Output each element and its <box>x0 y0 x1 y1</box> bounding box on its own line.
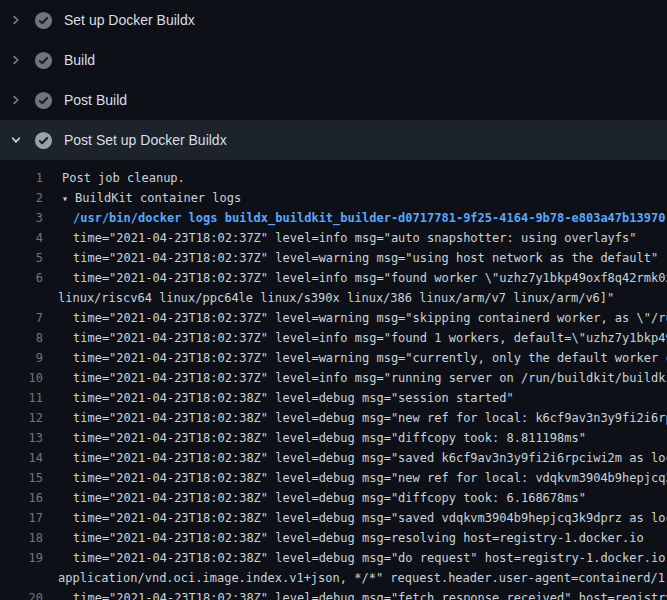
line-number[interactable]: 5 <box>0 251 43 265</box>
log-text: time="2021-04-23T18:02:37Z" level=info m… <box>43 231 637 245</box>
log-text: time="2021-04-23T18:02:38Z" level=debug … <box>43 471 667 485</box>
line-number[interactable]: 19 <box>0 551 43 565</box>
log-text: time="2021-04-23T18:02:37Z" level=info m… <box>43 371 667 385</box>
line-number[interactable]: 3 <box>0 211 43 225</box>
chevron-right-icon <box>10 14 22 26</box>
line-number[interactable]: 1 <box>0 171 43 185</box>
step-list: Set up Docker Buildx Build Post Build <box>0 0 667 160</box>
log-row: 20 time="2021-04-23T18:02:38Z" level=deb… <box>0 588 667 600</box>
log-content: 1 Post job cleanup. 2 ▾BuildKit containe… <box>0 160 667 600</box>
log-text: time="2021-04-23T18:02:37Z" level=warnin… <box>43 251 658 265</box>
line-number[interactable]: 10 <box>0 371 43 385</box>
chevron-right-icon <box>10 54 22 66</box>
log-row: linux/riscv64 linux/ppc64le linux/s390x … <box>0 288 667 308</box>
check-circle-icon <box>34 11 53 30</box>
log-text: time="2021-04-23T18:02:38Z" level=debug … <box>43 491 586 505</box>
log-row: 9 time="2021-04-23T18:02:37Z" level=warn… <box>0 348 667 368</box>
log-text: Post job cleanup. <box>43 171 185 185</box>
log-row: 13 time="2021-04-23T18:02:38Z" level=deb… <box>0 428 667 448</box>
log-text: time="2021-04-23T18:02:37Z" level=info m… <box>43 271 667 285</box>
log-row: 7 time="2021-04-23T18:02:37Z" level=warn… <box>0 308 667 328</box>
log-text: application/vnd.oci.image.index.v1+json,… <box>43 571 667 585</box>
check-circle-icon <box>34 131 53 150</box>
line-number[interactable]: 9 <box>0 351 43 365</box>
log-text: time="2021-04-23T18:02:37Z" level=info m… <box>43 331 667 345</box>
step-label: Build <box>64 52 95 68</box>
line-number[interactable]: 12 <box>0 411 43 425</box>
log-group-toggle[interactable]: ▾BuildKit container logs <box>43 191 241 205</box>
log-row: 10 time="2021-04-23T18:02:37Z" level=inf… <box>0 368 667 388</box>
check-circle-icon <box>34 91 53 110</box>
step-row-post-build[interactable]: Post Build <box>0 80 667 120</box>
line-number[interactable]: 4 <box>0 231 43 245</box>
actions-log-viewer: Set up Docker Buildx Build Post Build <box>0 0 667 600</box>
log-text: time="2021-04-23T18:02:38Z" level=debug … <box>43 551 667 565</box>
line-number[interactable]: 13 <box>0 431 43 445</box>
step-label: Post Build <box>64 92 127 108</box>
check-circle-icon <box>34 51 53 70</box>
chevron-down-icon <box>10 134 22 146</box>
line-number[interactable]: 2 <box>0 191 43 205</box>
log-text: /usr/bin/docker logs buildx_buildkit_bui… <box>43 211 665 225</box>
log-text: time="2021-04-23T18:02:38Z" level=debug … <box>43 391 514 405</box>
log-row: 19 time="2021-04-23T18:02:38Z" level=deb… <box>0 548 667 568</box>
step-row-post-set-up-docker-buildx[interactable]: Post Set up Docker Buildx <box>0 120 667 160</box>
line-number[interactable]: 16 <box>0 491 43 505</box>
log-row: 15 time="2021-04-23T18:02:38Z" level=deb… <box>0 468 667 488</box>
line-number[interactable]: 8 <box>0 331 43 345</box>
line-number[interactable]: 14 <box>0 451 43 465</box>
log-text: time="2021-04-23T18:02:38Z" level=debug … <box>43 591 667 600</box>
line-number[interactable]: 11 <box>0 391 43 405</box>
log-row: 4 time="2021-04-23T18:02:37Z" level=info… <box>0 228 667 248</box>
line-number[interactable]: 7 <box>0 311 43 325</box>
log-text: time="2021-04-23T18:02:38Z" level=debug … <box>43 451 667 465</box>
log-row: 12 time="2021-04-23T18:02:38Z" level=deb… <box>0 408 667 428</box>
line-number[interactable]: 17 <box>0 511 43 525</box>
log-row: 6 time="2021-04-23T18:02:37Z" level=info… <box>0 268 667 288</box>
log-text: time="2021-04-23T18:02:37Z" level=warnin… <box>43 351 667 365</box>
log-row: 11 time="2021-04-23T18:02:38Z" level=deb… <box>0 388 667 408</box>
line-number[interactable]: 18 <box>0 531 43 545</box>
log-row: 8 time="2021-04-23T18:02:37Z" level=info… <box>0 328 667 348</box>
step-label: Post Set up Docker Buildx <box>64 132 227 148</box>
log-text: time="2021-04-23T18:02:38Z" level=debug … <box>43 531 644 545</box>
log-row: 5 time="2021-04-23T18:02:37Z" level=warn… <box>0 248 667 268</box>
log-row: 1 Post job cleanup. <box>0 168 667 188</box>
step-label: Set up Docker Buildx <box>64 12 195 28</box>
log-group-caret-icon: ▾ <box>62 193 68 204</box>
log-text: linux/riscv64 linux/ppc64le linux/s390x … <box>43 291 614 305</box>
log-row: 18 time="2021-04-23T18:02:38Z" level=deb… <box>0 528 667 548</box>
log-group-label: BuildKit container logs <box>75 191 241 205</box>
log-text: time="2021-04-23T18:02:37Z" level=warnin… <box>43 311 667 325</box>
line-number[interactable]: 15 <box>0 471 43 485</box>
log-text: time="2021-04-23T18:02:38Z" level=debug … <box>43 411 667 425</box>
log-text: time="2021-04-23T18:02:38Z" level=debug … <box>43 511 667 525</box>
log-row: 3 /usr/bin/docker logs buildx_buildkit_b… <box>0 208 667 228</box>
log-row: 2 ▾BuildKit container logs <box>0 188 667 208</box>
log-row: 14 time="2021-04-23T18:02:38Z" level=deb… <box>0 448 667 468</box>
log-row: 17 time="2021-04-23T18:02:38Z" level=deb… <box>0 508 667 528</box>
line-number[interactable]: 20 <box>0 591 43 600</box>
log-text: time="2021-04-23T18:02:38Z" level=debug … <box>43 431 586 445</box>
log-row: 16 time="2021-04-23T18:02:38Z" level=deb… <box>0 488 667 508</box>
chevron-right-icon <box>10 94 22 106</box>
step-row-build[interactable]: Build <box>0 40 667 80</box>
log-row: application/vnd.oci.image.index.v1+json,… <box>0 568 667 588</box>
line-number[interactable]: 6 <box>0 271 43 285</box>
step-row-set-up-docker-buildx[interactable]: Set up Docker Buildx <box>0 0 667 40</box>
